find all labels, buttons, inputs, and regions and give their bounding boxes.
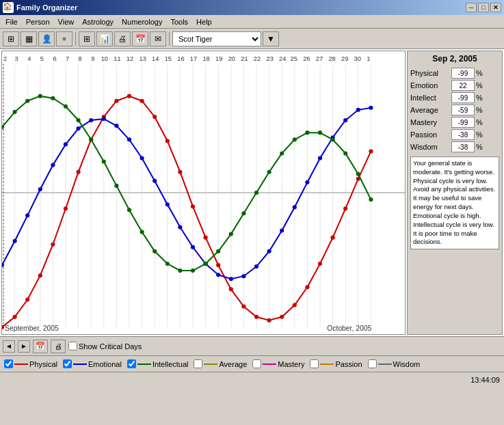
svg-point-125 [51, 96, 55, 100]
svg-point-82 [267, 318, 271, 323]
svg-text:3: 3 [15, 55, 18, 62]
svg-point-100 [114, 124, 118, 128]
svg-point-65 [51, 243, 55, 247]
person-dropdown-btn[interactable]: ▼ [263, 31, 279, 46]
legend-passion[interactable]: Passion [310, 359, 362, 368]
svg-point-96 [64, 142, 68, 146]
svg-point-142 [267, 170, 271, 174]
toolbar-btn-7[interactable]: 🖨 [114, 31, 131, 46]
show-critical-days-label[interactable]: Show Critical Days [68, 342, 142, 351]
svg-point-99 [102, 117, 106, 121]
menu-numerology[interactable]: Numerology [118, 16, 166, 27]
legend-average[interactable]: Average [194, 359, 247, 368]
print-icon-btn[interactable]: 🖨 [51, 340, 66, 353]
svg-point-93 [25, 213, 29, 217]
toolbar-btn-2[interactable]: ▦ [21, 31, 37, 46]
legend-emotional-check[interactable] [63, 359, 72, 368]
toolbar-btn-9[interactable]: ✉ [150, 31, 166, 46]
svg-point-80 [241, 305, 246, 309]
svg-text:6: 6 [53, 55, 56, 62]
toolbar-btn-5[interactable]: ⊞ [79, 31, 95, 46]
person-select[interactable]: Scot Tiger [172, 31, 261, 46]
svg-point-128 [89, 137, 93, 141]
toolbar-btn-4[interactable]: ≡ [56, 31, 72, 46]
svg-point-123 [25, 99, 29, 103]
toolbar-btn-3[interactable]: 👤 [38, 31, 55, 46]
close-button[interactable]: ✕ [490, 3, 501, 12]
svg-point-119 [356, 108, 360, 112]
legend-wisdom-check[interactable] [368, 359, 377, 368]
show-critical-days-text: Show Critical Days [79, 342, 142, 351]
legend-mastery[interactable]: Mastery [252, 359, 304, 368]
physical-pct: % [476, 69, 483, 77]
svg-point-116 [318, 156, 322, 160]
nav-prev-button[interactable]: ◄ [3, 340, 15, 353]
average-pct: % [476, 106, 483, 114]
svg-point-113 [280, 229, 284, 233]
menu-file[interactable]: File [1, 16, 22, 27]
svg-point-139 [229, 232, 233, 236]
toolbar-btn-6[interactable]: 📊 [96, 31, 113, 46]
svg-text:13: 13 [139, 55, 146, 62]
menu-view[interactable]: View [54, 16, 79, 27]
emotion-pct: % [476, 81, 483, 90]
svg-point-87 [331, 236, 335, 240]
intellect-value: -99 [451, 92, 475, 103]
menu-astrology[interactable]: Astrology [78, 16, 118, 27]
emotion-label: Emotion [410, 81, 451, 90]
legend-mastery-check[interactable] [252, 359, 261, 368]
svg-text:26: 26 [303, 55, 310, 62]
svg-point-63 [25, 297, 29, 301]
toolbar-btn-8[interactable]: 📅 [132, 31, 148, 46]
legend-intellectual-check[interactable] [127, 359, 136, 368]
svg-text:11: 11 [114, 55, 120, 62]
nav-next-button[interactable]: ► [18, 340, 30, 353]
toolbar-btn-1[interactable]: ⊞ [3, 31, 19, 46]
legend-emotional-label: Emotional [88, 360, 122, 368]
legend-physical-check[interactable] [4, 359, 13, 368]
legend-bar: Physical Emotional Intellectual Average … [0, 355, 504, 372]
average-label: Average [410, 106, 451, 114]
svg-point-71 [127, 94, 131, 98]
svg-point-147 [331, 137, 335, 141]
svg-text:30: 30 [354, 55, 361, 62]
physical-label: Physical [410, 69, 451, 77]
svg-text:20: 20 [228, 55, 235, 62]
intellect-pct: % [476, 94, 483, 102]
svg-point-74 [165, 139, 170, 143]
menu-bar: File Person View Astrology Numerology To… [0, 15, 504, 29]
svg-point-94 [38, 187, 42, 191]
svg-point-124 [38, 94, 42, 98]
intellect-label: Intellect [410, 94, 451, 102]
svg-text:10: 10 [101, 55, 108, 62]
svg-point-118 [343, 118, 347, 122]
window-controls: ─ □ ✕ [466, 3, 501, 12]
legend-emotional[interactable]: Emotional [63, 359, 122, 368]
svg-point-73 [152, 115, 157, 119]
svg-text:25: 25 [291, 55, 297, 62]
maximize-button[interactable]: □ [478, 3, 489, 12]
passion-row: Passion -38 % [410, 129, 499, 140]
menu-person[interactable]: Person [22, 16, 54, 27]
menu-help[interactable]: Help [192, 16, 216, 27]
svg-point-106 [191, 245, 195, 249]
show-critical-days-checkbox[interactable] [68, 342, 77, 351]
svg-point-114 [293, 205, 297, 209]
svg-point-135 [178, 269, 182, 273]
legend-intellectual[interactable]: Intellectual [127, 359, 189, 368]
legend-average-check[interactable] [194, 359, 202, 368]
svg-text:5: 5 [40, 55, 44, 62]
legend-wisdom[interactable]: Wisdom [368, 359, 421, 368]
bio-description: Your general state is moderate. It's get… [410, 156, 499, 249]
svg-text:12: 12 [127, 55, 133, 62]
legend-physical[interactable]: Physical [4, 359, 57, 368]
minimize-button[interactable]: ─ [466, 3, 477, 12]
calendar-icon-btn[interactable]: 📅 [33, 340, 48, 353]
svg-point-86 [318, 262, 322, 266]
legend-passion-color [320, 364, 334, 365]
menu-tools[interactable]: Tools [166, 16, 192, 27]
date-display: Sep 2, 2005 [410, 54, 499, 64]
svg-point-84 [293, 303, 297, 307]
legend-passion-check[interactable] [310, 359, 319, 368]
legend-physical-label: Physical [29, 360, 57, 368]
